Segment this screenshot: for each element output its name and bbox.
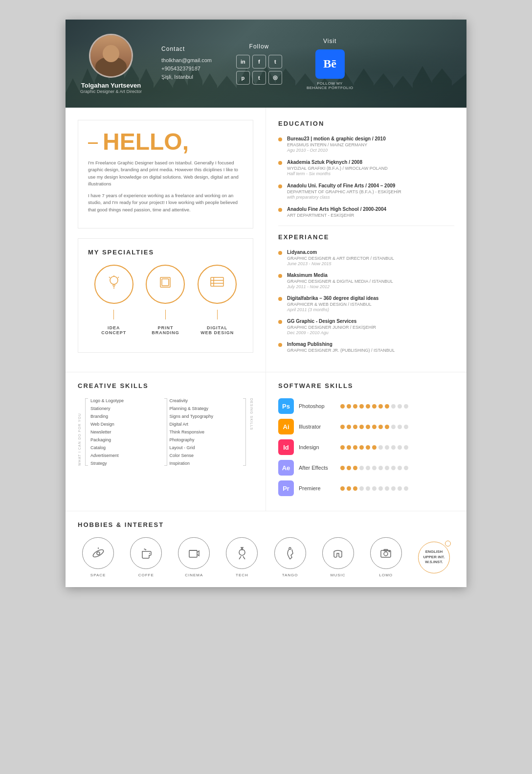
avatar-face [90, 35, 132, 76]
exp-dot-4 [278, 320, 282, 324]
svg-point-10 [97, 552, 100, 555]
edu-date-2: Half term - Six months [287, 171, 388, 176]
exp-date-4: Dec 2009 - 2010 Agu [287, 330, 376, 335]
behance-letter: Bē [323, 57, 336, 70]
tumblr-icon[interactable]: t [252, 71, 266, 85]
edu-title-2: Akademia Sztuk Pięknych / 2008 [287, 159, 388, 165]
hobby-tango: TANGO [274, 537, 306, 577]
idea-label: IDEACONCEPT [101, 325, 126, 335]
specialties-grid: IDEACONCEPT PRINTBRANDING [88, 265, 243, 335]
left-column: HELLO, I'm Freelance Graphic Designer ba… [66, 108, 266, 372]
skill-stationery: Stationery [90, 406, 162, 411]
edu-sub-4: ART DEPARTMENT - ESKİŞEHİR [287, 213, 386, 218]
hello-section: HELLO, I'm Freelance Graphic Designer ba… [78, 120, 253, 228]
hobbies-section: HOBBIES & INTEREST SPACE [66, 511, 466, 587]
contact-section: Contact tholkhan@gmail.com +905432379187… [161, 46, 212, 82]
specialties-section: MY SPECIALTIES [78, 238, 253, 353]
edu-dot-2 [278, 161, 282, 165]
exp-title-2: Maksimum Media [287, 273, 393, 278]
ps-dot-4 [359, 404, 364, 409]
skill-branding: Branding [90, 414, 162, 419]
skill-color: Color Sense [170, 453, 241, 458]
edu-title-1: Bureau23 | motion & graphic design / 201… [287, 136, 386, 141]
behance-icon[interactable]: Bē [315, 49, 345, 79]
music-label: MUSIC [331, 573, 346, 577]
social-grid: in f t p t ◎ [236, 55, 282, 85]
edu-item-3: Anadolu Uni. Faculty of Fine Arts / 2004… [278, 183, 454, 200]
instagram-icon[interactable]: ◎ [268, 71, 282, 85]
right-skills-list: Creativity Planning & Strategy Signs and… [170, 398, 241, 466]
hobby-coffee: COFFE [130, 537, 162, 577]
avatar-section: Tolgahan Yurtseven Graphic Designer & Ar… [80, 34, 142, 94]
right-column: EDUCATION Bureau23 | motion & graphic de… [266, 108, 466, 372]
svg-point-11 [92, 548, 105, 558]
id-badge: Id [278, 439, 294, 455]
ps-dot-8 [385, 404, 389, 409]
person-title: Graphic Designer & Art Director [80, 89, 142, 94]
sw-premiere: Pr Premiere [278, 480, 454, 496]
svg-rect-14 [189, 550, 197, 557]
follow-section: Follow in f t p t ◎ [236, 43, 282, 85]
exp-title-4: GG Graphic - Design Services [287, 319, 376, 324]
sw-indesign: Id Indesign [278, 439, 454, 455]
print-icon [156, 273, 174, 295]
skill-advertisement: Advertisement [90, 453, 162, 458]
ps-dot-6 [372, 404, 377, 409]
cinema-icon [178, 537, 210, 569]
person-name: Tolgahan Yurtseven [81, 82, 141, 89]
exp-date-3: April 2011 (3 months) [287, 307, 378, 312]
ae-name: After Effects [299, 465, 335, 471]
facebook-icon[interactable]: f [252, 55, 266, 68]
ps-dot-11 [404, 404, 408, 409]
skill-webdesign: Web Design [90, 422, 162, 427]
left-bracket [85, 398, 88, 466]
sw-aftereffects: Ae After Effects [278, 460, 454, 476]
tech-icon [226, 537, 258, 569]
software-skills: SOFTWARE SKILLS Ps Photoshop [266, 372, 466, 511]
hobby-tech: TECH [226, 537, 258, 577]
exp-date-2: July 2011 - Now 2012 [287, 284, 393, 289]
skill-photography: Photography [170, 437, 241, 442]
tango-label: TANGO [282, 573, 298, 577]
sw-illustrator: Ai Illustrator [278, 419, 454, 434]
coffee-icon [130, 537, 162, 569]
hello-para2: I have 7 years of experience working as … [88, 192, 243, 213]
ps-dot-10 [398, 404, 402, 409]
hello-title: HELLO, [88, 130, 243, 154]
digital-circle [198, 265, 237, 304]
twitter-icon[interactable]: t [268, 55, 282, 68]
idea-icon [105, 273, 123, 295]
print-line [165, 310, 166, 319]
edu-dot-1 [278, 137, 282, 141]
experience-title: EXPERIANCE [278, 233, 454, 241]
creative-skills-title: CREATIVE SKILLS [78, 382, 253, 389]
hello-para1: I'm Freelance Graphic Designer based on … [88, 159, 243, 187]
hobbies-grid: SPACE COFFE [78, 537, 454, 577]
hobby-language: ENGLISH UPPER INT. W.S.INST. [418, 542, 450, 573]
skill-layout: Layout - Grid [170, 445, 241, 450]
creative-skills-content: WHAT I CAN DO FOR YOU Logo & Logotype St… [78, 398, 253, 466]
svg-line-3 [118, 277, 119, 278]
ai-dots [340, 425, 408, 429]
print-circle [146, 265, 185, 304]
pinterest-icon[interactable]: p [236, 71, 250, 85]
ps-badge: Ps [278, 398, 294, 414]
edu-title-3: Anadolu Uni. Faculty of Fine Arts / 2004… [287, 183, 401, 188]
hobby-cinema: CINEMA [178, 537, 210, 577]
ps-dot-7 [378, 404, 383, 409]
follow-behance-text: FOLLOW MYBEHANCE PORTFOLIO [307, 81, 353, 90]
linkedin-icon[interactable]: in [236, 55, 250, 68]
skills-section: CREATIVE SKILLS WHAT I CAN DO FOR YOU Lo… [66, 372, 466, 511]
contact-email: tholkhan@gmail.com [161, 57, 212, 63]
skill-logo: Logo & Logotype [90, 398, 162, 403]
ps-dot-5 [366, 404, 370, 409]
sw-photoshop: Ps Photoshop [278, 398, 454, 414]
digital-line [217, 310, 218, 319]
exp-item-4: GG Graphic - Design Services GRAPHIC DES… [278, 319, 454, 335]
specialty-idea: IDEACONCEPT [94, 265, 133, 335]
hobby-space: SPACE [82, 537, 114, 577]
skill-newsletter: Newsletter [90, 430, 162, 434]
experience-section: EXPERIANCE Lidyana.com GRAPHIC DESIGNER … [278, 233, 454, 353]
skill-packaging: Packaging [90, 437, 162, 442]
exp-sub-3: GRAPHICER & WEB DESIGN / ISTANBUL [287, 302, 378, 307]
